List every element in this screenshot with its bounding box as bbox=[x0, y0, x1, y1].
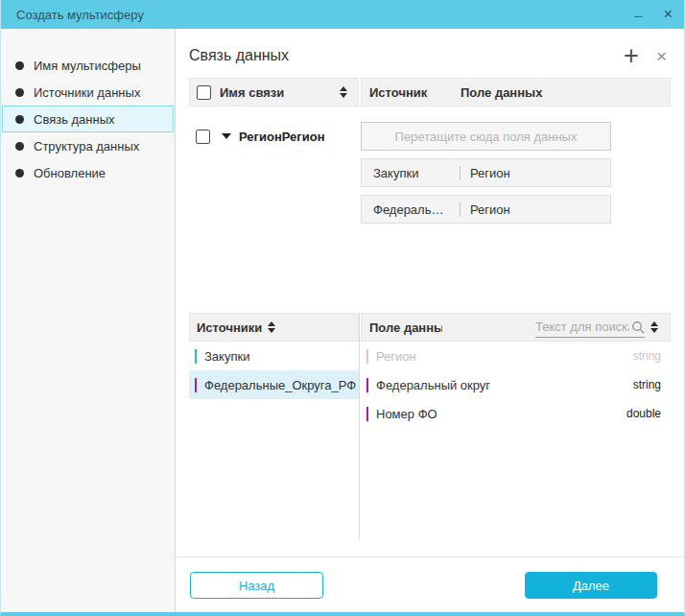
sidebar-item-data-links[interactable]: Связь данных bbox=[2, 106, 174, 132]
data-links-panel: Связь данных + × Имя связи Источник Поле… bbox=[176, 29, 684, 612]
sidebar-item-label: Имя мультисферы bbox=[34, 59, 141, 73]
fields-header: Поле данных bbox=[369, 320, 442, 335]
footer-divider bbox=[176, 557, 684, 557]
wizard-steps-sidebar: Имя мультисферы Источники данных Связь д… bbox=[1, 29, 176, 612]
field-item-federal-district[interactable]: Федеральный округ string bbox=[361, 370, 671, 399]
source-label: Закупки bbox=[204, 349, 249, 364]
field-color-bar bbox=[366, 407, 368, 421]
field-item-region: Регион string bbox=[361, 342, 671, 370]
create-multisphere-window: Создать мультисферу – × Имя мультисферы … bbox=[0, 0, 685, 616]
chip-divider bbox=[460, 202, 461, 217]
sidebar-item-multisphere-name[interactable]: Имя мультисферы bbox=[2, 52, 174, 79]
linked-field-chip[interactable]: Закупки Регион bbox=[361, 158, 611, 187]
source-color-bar bbox=[195, 349, 197, 364]
links-header-name-cell: Имя связи bbox=[189, 78, 359, 107]
sidebar-item-label: Источники данных bbox=[34, 85, 140, 100]
sort-arrows-icon[interactable] bbox=[650, 321, 658, 333]
window-body: Имя мультисферы Источники данных Связь д… bbox=[1, 29, 684, 612]
fields-header-cell: Поле данных bbox=[361, 313, 671, 342]
linked-field-chip[interactable]: Федеральные_Округа_РФ Регион bbox=[361, 195, 611, 224]
step-bullet-icon bbox=[15, 61, 24, 70]
chip-field: Регион bbox=[470, 166, 510, 180]
step-bullet-icon bbox=[15, 169, 24, 178]
sort-arrows-icon[interactable] bbox=[268, 321, 275, 333]
links-table-header: Имя связи Источник Поле данных bbox=[189, 78, 671, 107]
fields-list: Регион string Федеральный округ string Н… bbox=[361, 342, 671, 428]
titlebar: Создать мультисферу – × bbox=[1, 0, 684, 29]
sources-header-cell: Источники bbox=[189, 313, 359, 342]
next-button[interactable]: Далее bbox=[525, 572, 657, 599]
chip-source: Федеральные_Округа_РФ bbox=[373, 202, 450, 217]
chip-field: Регион bbox=[470, 202, 510, 217]
page-title: Связь данных bbox=[189, 47, 289, 64]
sources-list: Закупки Федеральные_Округа_РФ bbox=[189, 342, 359, 399]
link-field-boxes: Перетащите сюда поля данных Закупки Реги… bbox=[361, 122, 611, 224]
link-row-left: РегионРегион bbox=[189, 122, 361, 151]
sort-arrows-icon[interactable] bbox=[340, 86, 347, 98]
field-search-box bbox=[535, 317, 645, 338]
step-bullet-icon bbox=[15, 142, 24, 151]
close-window-icon[interactable]: × bbox=[664, 7, 673, 22]
field-item-fo-number[interactable]: Номер ФО double bbox=[361, 399, 671, 428]
source-label: Федеральные_Округа_РФ bbox=[204, 378, 356, 392]
magnifier-icon bbox=[631, 320, 645, 334]
dropzone-placeholder: Перетащите сюда поля данных bbox=[395, 130, 578, 144]
back-button[interactable]: Назад bbox=[190, 572, 323, 599]
step-bullet-icon bbox=[15, 88, 24, 97]
panel-header: Связь данных + × bbox=[189, 40, 671, 71]
field-label: Номер ФО bbox=[376, 407, 437, 421]
sources-header: Источники bbox=[197, 320, 262, 335]
chip-source: Закупки bbox=[373, 166, 450, 180]
search-input[interactable] bbox=[535, 320, 629, 334]
source-item-zakupki[interactable]: Закупки bbox=[189, 342, 359, 370]
source-item-federal-districts[interactable]: Федеральные_Округа_РФ bbox=[189, 370, 359, 399]
field-color-bar bbox=[366, 349, 368, 364]
links-field-header: Поле данных bbox=[461, 85, 542, 100]
sidebar-item-update[interactable]: Обновление bbox=[2, 159, 174, 186]
link-row-region: РегионРегион Перетащите сюда поля данных… bbox=[189, 122, 671, 224]
field-label: Регион bbox=[376, 349, 416, 364]
field-type: string bbox=[633, 349, 661, 363]
links-name-header: Имя связи bbox=[220, 85, 284, 100]
link-row-checkbox[interactable] bbox=[196, 130, 210, 144]
window-title: Создать мультисферу bbox=[16, 8, 144, 22]
step-bullet-icon bbox=[15, 115, 24, 124]
field-dropzone[interactable]: Перетащите сюда поля данных bbox=[361, 122, 611, 151]
field-type: string bbox=[633, 378, 661, 391]
field-type: double bbox=[626, 407, 661, 420]
sidebar-item-label: Структура данных bbox=[34, 139, 139, 154]
sidebar-item-data-structure[interactable]: Структура данных bbox=[2, 132, 174, 159]
sidebar-item-label: Обновление bbox=[34, 166, 106, 180]
field-label: Федеральный округ bbox=[376, 378, 490, 392]
links-source-header: Источник bbox=[369, 85, 461, 100]
sidebar-item-data-sources[interactable]: Источники данных bbox=[2, 79, 174, 106]
sidebar-item-label: Связь данных bbox=[34, 112, 115, 127]
select-all-checkbox[interactable] bbox=[197, 85, 211, 100]
window-controls: – × bbox=[634, 7, 673, 22]
remove-link-icon[interactable]: × bbox=[656, 47, 667, 65]
source-color-bar bbox=[195, 378, 197, 392]
field-color-bar bbox=[366, 378, 368, 392]
add-link-icon[interactable]: + bbox=[624, 43, 639, 68]
chip-divider bbox=[460, 166, 461, 180]
column-divider bbox=[359, 313, 360, 539]
links-header-fields-cell: Источник Поле данных bbox=[361, 78, 671, 107]
link-name: РегионРегион bbox=[239, 130, 325, 144]
lists-header: Источники Поле данных bbox=[189, 313, 671, 342]
minimize-icon[interactable]: – bbox=[634, 8, 642, 22]
triangle-down-icon[interactable] bbox=[222, 133, 231, 139]
